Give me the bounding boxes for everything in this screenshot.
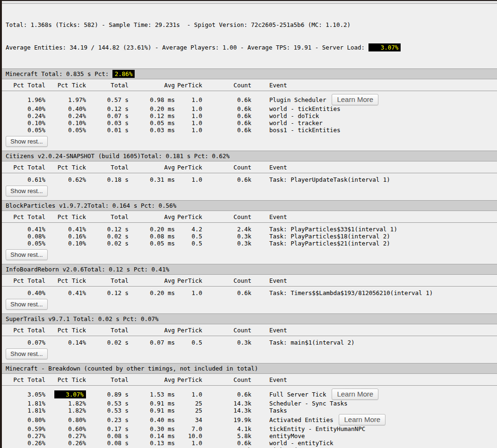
event-label: Task: PlayParticles$18(interval 2): [269, 233, 390, 240]
timings-table-body: 0.41% 0.41% 0.12 s 0.20 ms 4.2 2.4k Task…: [2, 226, 497, 247]
count-cell: 0.6k: [202, 176, 251, 183]
section-title: InfoBoardReborn v2.0.6Total: 0.12 s Pct:…: [6, 266, 169, 273]
pct-total-cell: 0.05%: [2, 127, 45, 134]
pertick-cell: 1.0: [175, 391, 202, 398]
count-cell: 0.6k: [202, 96, 251, 103]
avg-cell: 0.20 ms: [129, 105, 175, 112]
count-cell: 0.3k: [202, 240, 251, 247]
pct-tick-value: 0.14%: [68, 339, 86, 346]
pct-total-cell: 0.40%: [2, 289, 45, 296]
count-cell: 0.6k: [202, 440, 251, 447]
show-rest-button[interactable]: Show rest...: [6, 348, 48, 359]
column-header-total: Total: [86, 82, 129, 89]
pct-tick-cell: 0.16%: [45, 233, 86, 240]
pct-tick-cell: 3.07%: [45, 391, 86, 398]
timing-row: 0.40% 0.41% 0.12 s 0.20 ms 1.0 0.6k Task…: [2, 289, 497, 296]
column-header-pertick: PerTick: [175, 213, 202, 221]
column-header-pertick: PerTick: [175, 164, 202, 171]
total-cell: 0.12 s: [86, 289, 129, 296]
column-header-event: Event: [251, 213, 497, 221]
avg-cell: 0.08 ms: [129, 233, 175, 240]
pct-total-cell: 0.07%: [2, 339, 45, 346]
pertick-cell: 1.0: [175, 96, 202, 103]
pertick-cell: 25: [175, 400, 202, 407]
total-cell: 0.17 s: [86, 425, 129, 432]
event-label: Scheduler - Sync Tasks: [269, 400, 348, 407]
count-cell: 4.1k: [202, 425, 251, 432]
event-cell: boss1 - tickEntities: [251, 127, 497, 134]
pct-tick-cell: 0.05%: [45, 127, 86, 134]
column-header-pct-tick: Pct Tick: [45, 213, 86, 221]
avg-cell: 0.91 ms: [129, 407, 175, 414]
show-rest-button[interactable]: Show rest...: [6, 299, 48, 310]
event-cell: Task: PlayParticles$21(interval 2): [251, 240, 497, 247]
learn-more-button[interactable]: Learn More: [339, 414, 386, 425]
pct-tick-cell: 0.24%: [45, 112, 86, 119]
timings-section: InfoBoardReborn v2.0.6Total: 0.12 s Pct:…: [2, 264, 497, 313]
event-cell: world - entityTick: [251, 440, 497, 447]
column-header-pct-total: Pct Total: [2, 327, 45, 334]
total-cell: 0.53 s: [86, 407, 129, 414]
timing-row: 0.61% 0.62% 0.18 s 0.31 ms 1.0 0.6k Task…: [2, 176, 497, 183]
total-cell: 0.12 s: [86, 226, 129, 233]
avg-cell: 0.91 ms: [129, 400, 175, 407]
report-summary-header: Total: 1.368s (Ticks: 582) - Sample Time…: [2, 4, 497, 68]
server-load-badge: 3.07%: [368, 43, 401, 51]
pct-tick-value: 0.40%: [68, 105, 86, 112]
timing-row: 3.05% 3.07% 0.89 s 1.53 ms 1.0 0.6k Full…: [2, 389, 497, 400]
timing-row: 0.07% 0.14% 0.02 s 0.07 ms 0.5 0.3k Task…: [2, 339, 497, 346]
total-cell: 0.07 s: [86, 112, 129, 119]
pct-tick-cell: 0.26%: [45, 440, 86, 447]
pct-total-cell: 0.05%: [2, 240, 45, 247]
section-title: Minecraft Total: 0.835 s Pct:: [6, 70, 112, 77]
count-cell: 0.6k: [202, 289, 251, 296]
count-cell: 14.3k: [202, 407, 251, 414]
event-label: world - tickEntities: [269, 105, 341, 112]
column-header-count: Count: [202, 376, 251, 384]
event-label: Activated Entities: [269, 416, 333, 423]
pct-total-cell: 0.80%: [2, 416, 45, 423]
column-header-pct-tick: Pct Tick: [45, 277, 86, 285]
event-cell: Tasks: [251, 407, 497, 414]
column-header-total: Total: [86, 376, 129, 384]
avg-cell: 0.20 ms: [129, 289, 175, 296]
timing-row: 0.26% 0.26% 0.08 s 0.13 ms 1.0 0.6k worl…: [2, 440, 497, 447]
count-cell: 5.8k: [202, 432, 251, 440]
top-window-edge: [0, 0, 497, 4]
learn-more-button[interactable]: Learn More: [332, 389, 378, 400]
column-header-count: Count: [202, 213, 251, 221]
count-cell: 0.6k: [202, 112, 251, 119]
avg-cell: 0.30 ms: [129, 425, 175, 432]
event-cell: Task: PlayParticles$18(interval 2): [251, 233, 497, 240]
column-header-row: Pct Total Pct Tick Total Avg PerTick Cou…: [2, 324, 497, 336]
total-cell: 0.08 s: [86, 432, 129, 440]
total-cell: 0.02 s: [86, 240, 129, 247]
learn-more-button[interactable]: Learn More: [332, 94, 378, 105]
column-header-count: Count: [202, 277, 251, 285]
section-title: SuperTrails v9.7.1 Total: 0.02 s Pct: 0.…: [6, 315, 159, 322]
timings-table-body: 0.07% 0.14% 0.02 s 0.07 ms 0.5 0.3k Task…: [2, 339, 497, 346]
event-cell: Task: main$1(interval 2): [251, 339, 497, 346]
timing-row: 1.81% 1.82% 0.53 s 0.91 ms 25 14.3k Sche…: [2, 400, 497, 407]
pct-tick-value: 0.60%: [68, 425, 86, 432]
pct-tick-value: 0.80%: [68, 416, 86, 423]
event-label: boss1 - tickEntities: [269, 127, 341, 134]
show-rest-button[interactable]: Show rest...: [6, 136, 48, 147]
event-cell: Full Server TickLearn More: [251, 389, 497, 400]
timing-row: 0.27% 0.27% 0.08 s 0.14 ms 10.0 5.8k ent…: [2, 432, 497, 440]
pct-tick-cell: 1.82%: [45, 407, 86, 414]
column-header-pertick: PerTick: [175, 82, 202, 89]
column-header-event: Event: [251, 277, 497, 285]
pct-tick-value: 0.10%: [68, 240, 86, 247]
column-header-avg: Avg: [129, 213, 175, 221]
avg-cell: 0.20 ms: [129, 226, 175, 233]
total-cell: 0.02 s: [86, 339, 129, 346]
show-rest-button[interactable]: Show rest...: [6, 186, 48, 196]
total-cell: 0.57 s: [86, 96, 129, 103]
column-header-row: Pct Total Pct Tick Total Avg PerTick Cou…: [2, 211, 497, 223]
pct-tick-value: 0.41%: [68, 226, 86, 233]
pct-tick-cell: 0.40%: [45, 105, 86, 112]
timing-row: 0.10% 0.10% 0.03 s 0.05 ms 1.0 0.6k worl…: [2, 119, 497, 127]
event-label: world - tracker: [269, 119, 323, 127]
show-rest-button[interactable]: Show rest...: [6, 249, 48, 260]
